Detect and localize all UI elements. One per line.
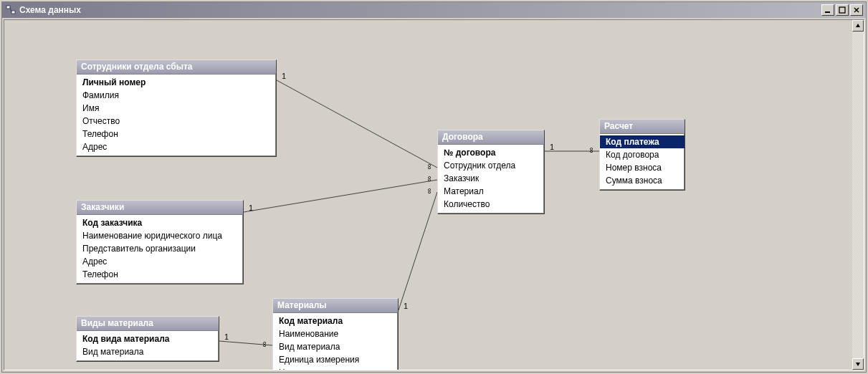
table-header[interactable]: Договора [438,130,544,145]
table-header[interactable]: Заказчики [77,201,243,215]
table-field[interactable]: Отчество [77,115,276,128]
relationship-cardinality: 1 [224,332,229,341]
relationship-cardinality: 1 [281,72,287,80]
maximize-button[interactable] [836,4,849,16]
svg-line-2 [10,7,11,12]
table-field[interactable]: Личный номер [77,76,276,89]
close-button[interactable] [850,4,863,16]
table-field[interactable]: Код вида материала [77,332,219,345]
table-zakazchiki[interactable]: ЗаказчикиКод заказчикаНаименование юриди… [76,200,244,284]
scroll-track[interactable] [852,32,864,358]
svg-rect-1 [11,11,15,14]
svg-line-8 [244,180,437,212]
table-field[interactable]: Номер взноса [600,161,685,174]
minimize-button[interactable] [821,4,834,16]
relationship-cardinality: ∞ [426,176,434,183]
table-field[interactable]: Вид материала [77,345,219,358]
table-field[interactable]: Единица измерения [273,353,398,366]
table-header[interactable]: Виды материала [77,317,219,331]
table-field[interactable]: Имя [77,102,276,115]
table-field[interactable]: № договора [438,146,544,159]
relationship-cardinality: 1 [549,143,555,151]
svg-rect-4 [839,7,845,13]
relationship-cardinality: ∞ [426,163,434,171]
client-area: Сотрудники отдела сбытаЛичный номерФамил… [4,19,864,370]
relationship-cardinality: ∞ [261,341,270,348]
table-dogovora[interactable]: Договора№ договораСотрудник отделаЗаказч… [437,130,545,214]
table-field-list: Код заказчикаНаименование юридического л… [77,215,243,284]
relationship-cardinality: 1 [248,203,254,212]
table-field[interactable]: Сумма взноса [600,174,685,187]
table-field[interactable]: Наименование юридического лица [77,229,243,242]
relationships-window: Схема данных Сотрудники отдела сбытаЛичн… [1,1,867,373]
table-field[interactable]: Адрес [77,255,243,268]
svg-line-9 [399,192,437,310]
svg-rect-3 [825,11,830,13]
table-field[interactable]: Телефон [77,268,243,281]
relationships-icon [5,4,16,16]
svg-marker-12 [856,24,860,27]
relationship-cardinality: ∞ [588,147,596,154]
table-field[interactable]: Материал [438,185,544,198]
svg-line-7 [277,80,437,168]
table-field[interactable]: Вид материала [273,340,398,353]
window-title: Схема данных [19,5,821,15]
svg-marker-13 [856,363,860,366]
table-field[interactable]: Представитель организации [77,242,243,255]
table-field[interactable]: Код платежа [600,135,685,148]
table-raschet[interactable]: РасчетКод платежаКод договораНомер взнос… [599,119,685,191]
table-field[interactable]: Адрес [77,140,276,153]
relationship-cardinality: 1 [403,302,409,310]
table-field[interactable]: Цена за единицу [273,366,398,370]
table-vidy[interactable]: Виды материалаКод вида материалаВид мате… [76,316,219,362]
table-header[interactable]: Расчет [600,120,685,134]
scroll-up-button[interactable] [852,20,864,32]
table-header[interactable]: Сотрудники отдела сбыта [77,60,276,75]
table-field-list: Код платежаКод договораНомер взносаСумма… [600,134,685,190]
table-field[interactable]: Код договора [600,148,685,161]
window-controls [821,4,863,16]
titlebar[interactable]: Схема данных [2,2,866,18]
table-field[interactable]: Код материала [273,315,398,327]
svg-rect-0 [6,6,10,9]
table-field-list: № договораСотрудник отделаЗаказчикМатери… [438,145,544,214]
table-field[interactable]: Заказчик [438,172,544,185]
table-field-list: Код вида материалаВид материала [77,331,219,361]
table-field[interactable]: Телефон [77,128,276,140]
relationships-canvas[interactable]: Сотрудники отдела сбытаЛичный номерФамил… [4,20,852,370]
scroll-down-button[interactable] [852,358,864,370]
table-field[interactable]: Фамилия [77,89,276,102]
table-field[interactable]: Код заказчика [77,216,243,229]
table-field[interactable]: Наименование [273,327,398,340]
relationship-cardinality: ∞ [426,188,434,195]
table-field[interactable]: Количество [438,198,544,211]
table-field[interactable]: Сотрудник отдела [438,159,544,172]
table-materialy[interactable]: МатериалыКод материалаНаименованиеВид ма… [272,298,399,370]
table-header[interactable]: Материалы [273,299,398,313]
vertical-scrollbar[interactable] [852,20,864,370]
table-field-list: Код материалаНаименованиеВид материалаЕд… [273,313,398,370]
table-sotrudniki[interactable]: Сотрудники отдела сбытаЛичный номерФамил… [76,59,277,157]
table-field-list: Личный номерФамилияИмяОтчествоТелефонАдр… [77,75,276,156]
